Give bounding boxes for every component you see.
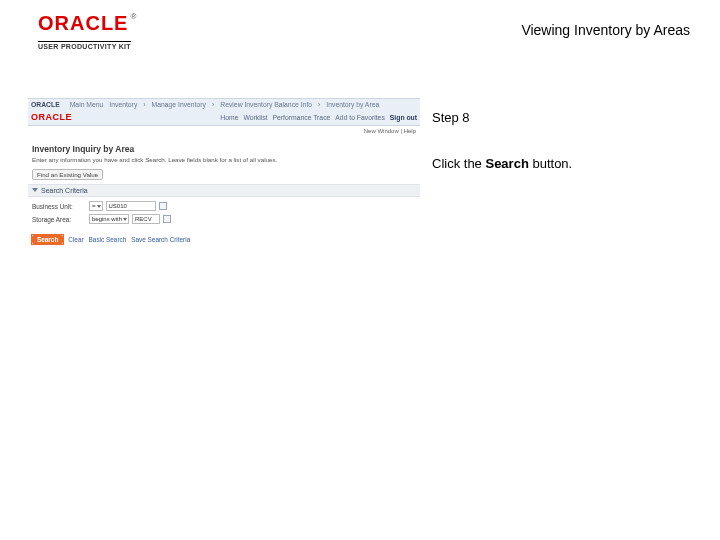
tab-home[interactable]: Home [220, 114, 238, 121]
instruction-post: button. [529, 156, 572, 171]
lookup-icon[interactable] [159, 202, 167, 210]
tab-perf[interactable]: Performance Trace [273, 114, 331, 121]
sa-operator[interactable]: begins with [89, 214, 129, 224]
instruction-bold: Search [485, 156, 528, 171]
search-form: Business Unit: = US010 Storage Area: beg… [28, 197, 420, 233]
form-title: Inventory Inquiry by Area [28, 138, 420, 156]
lookup-icon[interactable] [163, 215, 171, 223]
breadcrumb-item[interactable]: Manage Inventory [152, 101, 206, 108]
breadcrumb: ORACLE Main Menu Inventory› Manage Inven… [28, 98, 420, 110]
bu-operator[interactable]: = [89, 201, 103, 211]
app-logo: ORACLE [31, 112, 72, 122]
global-tabs: ORACLE Home Worklist Performance Trace A… [28, 110, 420, 126]
instruction-text: Click the Search button. [432, 156, 692, 172]
sa-input[interactable]: RECV [132, 214, 160, 224]
bu-input[interactable]: US010 [106, 201, 156, 211]
brand-block: ORACLE® USER PRODUCTIVITY KIT [38, 12, 136, 53]
tab-fav[interactable]: Add to Favorites [335, 114, 385, 121]
action-row: Search Clear Basic Search Save Search Cr… [28, 233, 420, 250]
bu-label: Business Unit: [32, 203, 86, 210]
clear-button[interactable]: Clear [68, 236, 83, 243]
search-criteria-header[interactable]: Search Criteria [28, 184, 420, 197]
oracle-logo: ORACLE [38, 12, 128, 34]
collapse-icon [32, 188, 38, 192]
breadcrumb-item[interactable]: Main Menu [70, 101, 104, 108]
breadcrumb-root: ORACLE [31, 101, 60, 108]
sa-label: Storage Area: [32, 216, 86, 223]
page-title: Viewing Inventory by Areas [521, 22, 690, 38]
basic-search-link[interactable]: Basic Search [89, 236, 127, 243]
save-search-link[interactable]: Save Search Criteria [131, 236, 190, 243]
tab-signout[interactable]: Sign out [390, 114, 417, 121]
find-existing-button[interactable]: Find an Existing Value [32, 169, 103, 180]
section-label: Search Criteria [41, 187, 88, 194]
form-desc: Enter any information you have and click… [28, 156, 420, 167]
brand-subtitle: USER PRODUCTIVITY KIT [38, 41, 131, 50]
window-links[interactable]: New Window | Help [28, 126, 420, 138]
app-screenshot: ORACLE Main Menu Inventory› Manage Inven… [28, 98, 420, 250]
breadcrumb-item[interactable]: Inventory by Area [326, 101, 379, 108]
search-button[interactable]: Search [32, 235, 63, 244]
breadcrumb-item[interactable]: Review Inventory Balance Info [220, 101, 312, 108]
tab-worklist[interactable]: Worklist [243, 114, 267, 121]
trademark: ® [130, 12, 136, 21]
step-label: Step 8 [432, 110, 692, 126]
breadcrumb-item[interactable]: Inventory [109, 101, 137, 108]
instruction-pre: Click the [432, 156, 485, 171]
instruction-panel: Step 8 Click the Search button. [432, 110, 692, 171]
